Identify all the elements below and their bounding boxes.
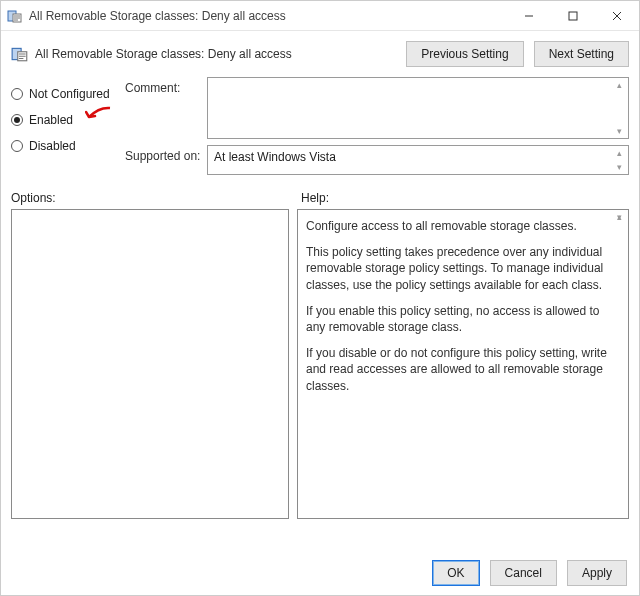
radio-label: Not Configured [29,87,110,101]
help-text: Configure access to all removable storag… [306,218,610,234]
radio-label: Enabled [29,113,73,127]
radio-icon [11,114,23,126]
dialog-footer: OK Cancel Apply [1,551,639,595]
comment-label: Comment: [125,77,207,139]
supported-on-text: At least Windows Vista [214,150,336,164]
radio-icon [11,88,23,100]
scroll-down-icon[interactable]: ▾ [611,125,627,137]
window-controls [507,1,639,31]
panels: ▴ ▾ Configure access to all removable st… [1,209,639,551]
close-button[interactable] [595,1,639,31]
supported-on-box: At least Windows Vista ▴ ▾ [207,145,629,175]
scroll-up-icon[interactable]: ▴ [611,79,627,91]
window-title: All Removable Storage classes: Deny all … [29,9,507,23]
maximize-button[interactable] [551,1,595,31]
state-radio-group: Not Configured Enabled Disabled [11,77,121,181]
minimize-button[interactable] [507,1,551,31]
help-text: If you enable this policy setting, no ac… [306,303,610,335]
policy-icon [7,8,23,24]
help-label: Help: [301,191,629,205]
scroll-up-icon[interactable]: ▴ [611,147,627,159]
settings-area: Not Configured Enabled Disabled Comment [1,71,639,189]
titlebar: All Removable Storage classes: Deny all … [1,1,639,31]
help-text: If you disable or do not configure this … [306,345,610,394]
scroll-down-icon[interactable]: ▾ [611,161,627,173]
scroll-buttons: ▴ ▾ [611,79,627,137]
ok-button[interactable]: OK [432,560,479,586]
options-label: Options: [11,191,301,205]
policy-icon [11,45,29,63]
radio-not-configured[interactable]: Not Configured [11,81,121,107]
scroll-buttons: ▴ ▾ [611,211,627,223]
header-row: All Removable Storage classes: Deny all … [1,31,639,71]
radio-disabled[interactable]: Disabled [11,133,121,159]
policy-fields: Comment: ▴ ▾ Supported on: At least Wind… [125,77,629,181]
annotation-arrow-icon [85,105,111,123]
scroll-down-icon[interactable]: ▾ [611,211,627,223]
previous-setting-button[interactable]: Previous Setting [406,41,523,67]
scroll-buttons: ▴ ▾ [611,147,627,173]
cancel-button[interactable]: Cancel [490,560,557,586]
options-panel [11,209,289,519]
radio-label: Disabled [29,139,76,153]
next-setting-button[interactable]: Next Setting [534,41,629,67]
comment-textarea[interactable]: ▴ ▾ [207,77,629,139]
apply-button[interactable]: Apply [567,560,627,586]
svg-rect-2 [569,12,577,20]
radio-enabled[interactable]: Enabled [11,107,121,133]
help-text: This policy setting takes precedence ove… [306,244,610,293]
radio-icon [11,140,23,152]
panel-labels: Options: Help: [1,189,639,209]
policy-editor-window: All Removable Storage classes: Deny all … [0,0,640,596]
help-panel: ▴ ▾ Configure access to all removable st… [297,209,629,519]
policy-title: All Removable Storage classes: Deny all … [35,47,406,61]
supported-label: Supported on: [125,145,207,175]
